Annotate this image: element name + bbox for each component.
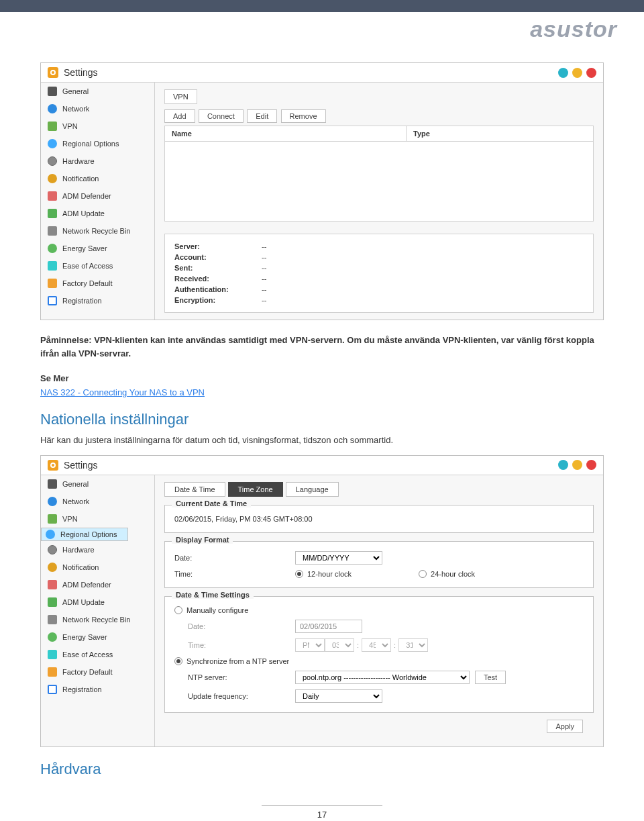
vpn-icon bbox=[48, 122, 57, 131]
second-select[interactable]: 31 bbox=[398, 638, 428, 652]
nas322-link[interactable]: NAS 322 - Connecting Your NAS to a VPN bbox=[40, 387, 205, 397]
sidebar-item-notification[interactable]: Notification bbox=[41, 559, 154, 576]
regional-icon bbox=[46, 530, 55, 539]
sent-value: -- bbox=[262, 264, 266, 272]
help-button[interactable] bbox=[558, 460, 568, 470]
current-datetime-value: 02/06/2015, Friday, PM 03:45 GMT+08:00 bbox=[174, 515, 313, 523]
update-icon bbox=[48, 597, 57, 607]
sidebar-item-vpn[interactable]: VPN bbox=[41, 510, 154, 528]
ntp-server-select[interactable]: pool.ntp.org ------------------- Worldwi… bbox=[295, 671, 470, 684]
factory-icon bbox=[48, 667, 57, 677]
sidebar-item-energy[interactable]: Energy Saver bbox=[41, 240, 154, 257]
sidebar-item-network[interactable]: Network bbox=[41, 100, 154, 117]
received-label: Received: bbox=[174, 275, 262, 283]
col-type: Type bbox=[407, 126, 593, 141]
factory-icon bbox=[48, 279, 57, 288]
sidebar-item-label: Network bbox=[62, 105, 89, 113]
account-label: Account: bbox=[174, 253, 262, 261]
label-12h: 12-hour clock bbox=[307, 570, 352, 578]
vpn-list-body[interactable] bbox=[164, 141, 594, 222]
hardware-icon bbox=[48, 156, 57, 166]
sidebar-item-hardware[interactable]: Hardware bbox=[41, 541, 154, 559]
connect-button[interactable]: Connect bbox=[199, 109, 244, 123]
close-button[interactable] bbox=[586, 68, 596, 78]
sidebar-item-label: Energy Saver bbox=[62, 633, 107, 641]
sidebar-item-defender[interactable]: ADM Defender bbox=[41, 576, 154, 593]
sidebar-item-general[interactable]: General bbox=[41, 83, 154, 100]
sidebar-item-recycle[interactable]: Network Recycle Bin bbox=[41, 222, 154, 240]
ampm-select[interactable]: PM bbox=[295, 638, 325, 652]
registration-icon bbox=[48, 685, 57, 694]
tab-timezone[interactable]: Time Zone bbox=[228, 482, 283, 497]
date-format-select[interactable]: MM/DD/YYYY bbox=[295, 551, 382, 565]
close-button[interactable] bbox=[586, 460, 596, 470]
time-format-label: Time: bbox=[174, 570, 295, 578]
network-icon bbox=[48, 104, 57, 113]
sidebar-item-hardware[interactable]: Hardware bbox=[41, 152, 154, 170]
sidebar-item-recycle[interactable]: Network Recycle Bin bbox=[41, 611, 154, 628]
sidebar-item-label: Hardware bbox=[62, 546, 95, 554]
edit-button[interactable]: Edit bbox=[247, 109, 277, 123]
page-number: 17 bbox=[317, 810, 327, 820]
minimize-button[interactable] bbox=[572, 68, 582, 78]
sidebar-item-label: General bbox=[62, 87, 89, 95]
update-freq-select[interactable]: Daily bbox=[295, 689, 382, 703]
help-button[interactable] bbox=[558, 68, 568, 78]
settings-icon bbox=[48, 67, 58, 78]
remove-button[interactable]: Remove bbox=[281, 109, 326, 123]
sidebar-item-defender[interactable]: ADM Defender bbox=[41, 187, 154, 205]
sidebar-item-label: General bbox=[62, 480, 89, 488]
settings-window-vpn: Settings General Network VPN Regional Op… bbox=[40, 62, 604, 320]
energy-icon bbox=[48, 244, 57, 253]
sidebar-item-vpn[interactable]: VPN bbox=[41, 117, 154, 135]
tab-language[interactable]: Language bbox=[286, 482, 339, 497]
sidebar-item-regional[interactable]: Regional Options bbox=[41, 528, 128, 541]
sidebar-item-ease[interactable]: Ease of Access bbox=[41, 646, 154, 663]
sidebar-item-general[interactable]: General bbox=[41, 475, 154, 493]
tab-datetime[interactable]: Date & Time bbox=[164, 482, 225, 497]
sidebar-item-registration[interactable]: Registration bbox=[41, 292, 154, 309]
manual-date-input[interactable] bbox=[295, 620, 362, 633]
test-button[interactable]: Test bbox=[475, 671, 506, 684]
radio-ntp[interactable] bbox=[174, 657, 182, 665]
sidebar-item-network[interactable]: Network bbox=[41, 493, 154, 510]
datetime-pane: Date & Time Time Zone Language Current D… bbox=[155, 475, 603, 746]
auth-label: Authentication: bbox=[174, 285, 262, 293]
ntp-server-label: NTP server: bbox=[188, 673, 295, 681]
window-title: Settings bbox=[64, 67, 98, 78]
settings-icon bbox=[48, 460, 58, 471]
general-icon bbox=[48, 479, 57, 489]
footer-rule bbox=[262, 805, 382, 806]
col-name: Name bbox=[165, 126, 407, 141]
window-title: Settings bbox=[64, 460, 98, 471]
auth-value: -- bbox=[262, 285, 266, 293]
sidebar-item-factory[interactable]: Factory Default bbox=[41, 275, 154, 292]
sidebar-item-regional[interactable]: Regional Options bbox=[41, 135, 154, 152]
sidebar-item-update[interactable]: ADM Update bbox=[41, 205, 154, 222]
minute-select[interactable]: 45 bbox=[362, 638, 391, 652]
add-button[interactable]: Add bbox=[164, 109, 195, 123]
sidebar-item-label: Network Recycle Bin bbox=[62, 616, 130, 624]
sidebar-item-label: Registration bbox=[62, 297, 102, 305]
radio-24h[interactable] bbox=[419, 570, 427, 578]
sidebar-item-update[interactable]: ADM Update bbox=[41, 593, 154, 611]
sidebar-item-energy[interactable]: Energy Saver bbox=[41, 628, 154, 646]
sidebar-item-label: Network Recycle Bin bbox=[62, 227, 130, 235]
page-footer: 17 bbox=[40, 805, 604, 820]
radio-12h[interactable] bbox=[295, 570, 303, 578]
date-format-label: Date: bbox=[174, 554, 295, 562]
settings-window-datetime: Settings General Network VPN Regional Op… bbox=[40, 455, 604, 747]
sidebar-item-factory[interactable]: Factory Default bbox=[41, 663, 154, 681]
sidebar-item-ease[interactable]: Ease of Access bbox=[41, 257, 154, 275]
radio-manual[interactable] bbox=[174, 606, 182, 614]
tab-vpn[interactable]: VPN bbox=[164, 89, 197, 104]
sidebar-item-label: Factory Default bbox=[62, 668, 113, 676]
apply-button[interactable]: Apply bbox=[547, 720, 583, 733]
energy-icon bbox=[48, 632, 57, 642]
registration-icon bbox=[48, 296, 57, 305]
hour-select[interactable]: 03 bbox=[325, 638, 354, 652]
sidebar-item-notification[interactable]: Notification bbox=[41, 170, 154, 187]
sidebar-item-registration[interactable]: Registration bbox=[41, 681, 154, 698]
minimize-button[interactable] bbox=[572, 460, 582, 470]
sidebar-item-label: VPN bbox=[62, 515, 78, 523]
